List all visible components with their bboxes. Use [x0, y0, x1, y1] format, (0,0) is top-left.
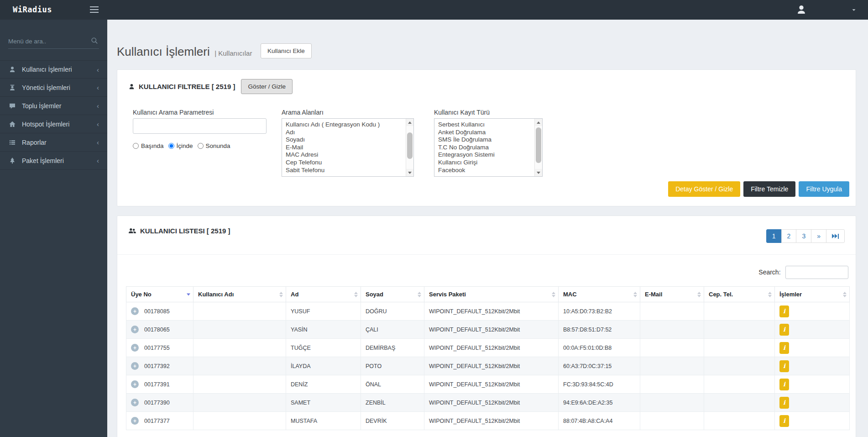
- scroll-down-icon[interactable]: [535, 169, 542, 176]
- row-info-button[interactable]: i: [779, 324, 789, 336]
- listbox-option[interactable]: Soyadı: [286, 136, 403, 144]
- sidebar-item-paket-islemleri[interactable]: Paket İşlemleri ‹: [0, 152, 107, 170]
- listbox-option[interactable]: Adı: [286, 129, 403, 137]
- sort-icons[interactable]: [418, 292, 421, 297]
- table-row[interactable]: +00177390 SAMET ZENBİL WIPOINT_DEFAULT_5…: [126, 394, 850, 412]
- sidebar-item-raporlar[interactable]: Raporlar ‹: [0, 133, 107, 152]
- radio-option[interactable]: İçinde: [168, 142, 193, 149]
- listbox-option[interactable]: Anket Doğrulama: [438, 129, 532, 137]
- add-user-button[interactable]: Kullanıcı Ekle: [261, 43, 312, 58]
- table-row[interactable]: +00177391 DENİZ ÖNAL WIPOINT_DEFAULT_512…: [126, 375, 850, 394]
- sort-icons[interactable]: [768, 292, 772, 297]
- expand-row-button[interactable]: +: [131, 399, 139, 406]
- next-page-button[interactable]: »: [811, 229, 826, 243]
- chevron-down-icon[interactable]: [851, 7, 857, 13]
- row-info-button[interactable]: i: [779, 415, 789, 427]
- table-header-cell[interactable]: MAC: [559, 287, 640, 302]
- row-info-button[interactable]: i: [779, 379, 789, 390]
- sort-icons[interactable]: [279, 292, 283, 297]
- expand-row-button[interactable]: +: [131, 380, 139, 388]
- listbox-option[interactable]: T.C No Doğrulama: [438, 144, 532, 152]
- table-header-cell[interactable]: Cep. Tel.: [704, 287, 775, 302]
- email-value: [640, 339, 704, 357]
- table-header-cell[interactable]: Kullanıcı Adı: [193, 287, 286, 302]
- show-hide-button[interactable]: Göster / Gizle: [241, 79, 293, 94]
- expand-row-button[interactable]: +: [131, 417, 139, 425]
- expand-row-button[interactable]: +: [131, 362, 139, 370]
- sidebar-item-kullanici-islemleri[interactable]: Kullanıcı İşlemleri ‹: [0, 60, 107, 79]
- scroll-down-icon[interactable]: [406, 169, 413, 176]
- sidebar-item-toplu-islemler[interactable]: Toplu İşlemler ‹: [0, 97, 107, 115]
- radio-input[interactable]: [133, 143, 139, 149]
- sidebar-item-yonetici-islemleri[interactable]: Yönetici İşlemleri ‹: [0, 79, 107, 97]
- listbox-option[interactable]: MAC Adresi: [286, 151, 403, 159]
- radio-input[interactable]: [168, 143, 174, 149]
- listbox-option[interactable]: SMS İle Doğrulama: [438, 136, 532, 144]
- sidebar-toggle-icon[interactable]: [90, 6, 99, 15]
- table-row[interactable]: +00177392 İLAYDA POTO WIPOINT_DEFAULT_51…: [126, 357, 850, 375]
- table-header-cell[interactable]: Soyad: [361, 287, 424, 302]
- row-info-button[interactable]: i: [779, 397, 789, 409]
- listbox-option[interactable]: Sabit Telefonu: [286, 167, 403, 174]
- table-header-cell[interactable]: İşlemler: [775, 287, 850, 302]
- home-icon: [9, 121, 16, 128]
- expand-row-button[interactable]: +: [131, 307, 139, 315]
- row-info-button[interactable]: i: [779, 360, 789, 372]
- listbox-option[interactable]: E-Mail: [286, 144, 403, 152]
- cep-tel-value: [704, 357, 775, 375]
- sort-desc-icon[interactable]: [187, 293, 190, 295]
- listbox-option[interactable]: Kullanıcı Girişi: [438, 159, 532, 167]
- page-2-button[interactable]: 2: [781, 229, 797, 243]
- table-row[interactable]: +00178085 YUSUF DOĞRU WIPOINT_DEFAULT_51…: [126, 302, 850, 321]
- listbox-option[interactable]: Entegrasyon Sistemi: [438, 151, 532, 159]
- page-1-button[interactable]: 1: [766, 229, 782, 243]
- scroll-up-icon[interactable]: [535, 119, 542, 126]
- table-row[interactable]: +00177377 MUSTAFA DEVRİK WIPOINT_DEFAULT…: [126, 412, 850, 430]
- listbox-option[interactable]: Cep Telefonu: [286, 159, 403, 167]
- sidebar: Kullanıcı İşlemleri ‹ Yönetici İşlemleri…: [0, 20, 107, 437]
- listbox-option[interactable]: Serbest Kullanıcı: [438, 121, 532, 129]
- last-page-button[interactable]: [826, 229, 845, 243]
- scrollbar[interactable]: [534, 119, 542, 176]
- expand-row-button[interactable]: +: [131, 344, 139, 352]
- sort-icons[interactable]: [697, 292, 701, 297]
- registration-type-label: Kullanıcı Kayıt Türü: [434, 109, 543, 116]
- registration-type-listbox[interactable]: Serbest KullanıcıAnket DoğrulamaSMS İle …: [434, 118, 543, 177]
- table-row[interactable]: +00177755 TUĞÇE DEMİRBAŞ WIPOINT_DEFAULT…: [126, 339, 850, 357]
- sidebar-search-input[interactable]: [8, 38, 86, 45]
- search-fields-listbox[interactable]: Kullanıcı Adı ( Entegrasyon Kodu )AdıSoy…: [282, 118, 414, 177]
- table-header-cell[interactable]: Üye No: [126, 287, 193, 302]
- user-avatar-icon[interactable]: [796, 4, 807, 15]
- table-search-input[interactable]: [785, 266, 848, 279]
- sort-icons[interactable]: [552, 292, 555, 297]
- sort-icons[interactable]: [633, 292, 637, 297]
- row-info-button[interactable]: i: [779, 342, 789, 354]
- table-header-cell[interactable]: Servis Paketi: [424, 287, 559, 302]
- radio-option[interactable]: Sonunda: [198, 142, 230, 149]
- page-3-button[interactable]: 3: [796, 229, 811, 243]
- sort-icons[interactable]: [354, 292, 358, 297]
- scroll-up-icon[interactable]: [406, 119, 413, 126]
- scrollbar-thumb[interactable]: [536, 127, 541, 163]
- sidebar-item-hotspot-islemleri[interactable]: Hotspot İşlemleri ‹: [0, 115, 107, 133]
- filter-clear-button[interactable]: Filtre Temizle: [743, 181, 795, 197]
- expand-row-button[interactable]: +: [131, 326, 139, 333]
- scrollbar[interactable]: [406, 119, 413, 176]
- filter-apply-button[interactable]: Filtre Uygula: [799, 181, 849, 197]
- listbox-option[interactable]: Facebook: [438, 167, 532, 174]
- table-row[interactable]: +00178065 YASİN ÇALI WIPOINT_DEFAULT_512…: [126, 321, 850, 339]
- search-param-input[interactable]: [133, 118, 267, 134]
- listbox-option[interactable]: Kullanıcı Adı ( Entegrasyon Kodu ): [286, 121, 403, 129]
- radio-input[interactable]: [198, 143, 204, 149]
- table-header-cell[interactable]: Ad: [286, 287, 361, 302]
- radio-option[interactable]: Başında: [133, 142, 164, 149]
- servis-paketi-value: WIPOINT_DEFAULT_512Kbit/2Mbit: [424, 357, 559, 375]
- search-icon[interactable]: [91, 37, 98, 44]
- row-info-button[interactable]: i: [779, 305, 789, 317]
- detail-toggle-button[interactable]: Detay Göster / Gizle: [668, 181, 740, 197]
- sort-icons[interactable]: [843, 292, 847, 297]
- table-header-cell[interactable]: E-Mail: [640, 287, 704, 302]
- breadcrumb: | Kullanıcılar: [214, 49, 252, 57]
- scrollbar-thumb[interactable]: [407, 132, 413, 159]
- top-navbar: WiRadius: [0, 0, 868, 20]
